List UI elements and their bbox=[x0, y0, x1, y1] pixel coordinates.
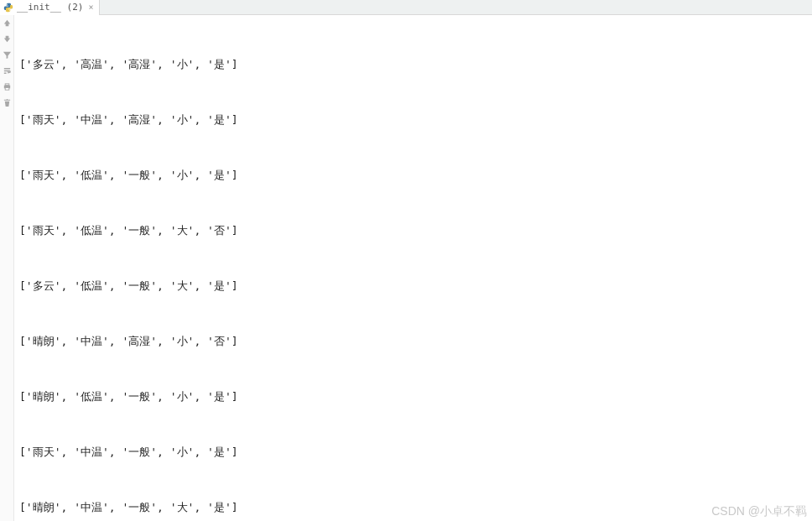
svg-rect-3 bbox=[5, 84, 9, 86]
python-file-icon bbox=[3, 3, 13, 13]
output-line: ['雨天', '低温', '一般', '大', '否'] bbox=[19, 221, 807, 240]
svg-rect-4 bbox=[5, 87, 9, 90]
file-tab[interactable]: __init__ (2) × bbox=[0, 0, 100, 15]
arrow-down-icon[interactable] bbox=[3, 34, 12, 44]
trash-icon[interactable] bbox=[3, 98, 12, 107]
output-line: ['雨天', '低温', '一般', '小', '是'] bbox=[19, 166, 807, 185]
output-line: ['雨天', '中温', '高湿', '小', '是'] bbox=[19, 111, 807, 129]
output-line: ['多云', '高温', '高湿', '小', '是'] bbox=[19, 55, 807, 74]
print-icon[interactable] bbox=[3, 82, 12, 91]
svg-point-0 bbox=[7, 3, 8, 4]
output-line: ['晴朗', '低温', '一般', '小', '是'] bbox=[19, 388, 807, 406]
gutter bbox=[0, 15, 14, 521]
output-line: ['晴朗', '中温', '一般', '大', '是'] bbox=[19, 498, 807, 517]
svg-point-1 bbox=[9, 10, 10, 11]
output-line: ['晴朗', '中温', '高湿', '小', '否'] bbox=[19, 332, 807, 351]
tab-bar: __init__ (2) × bbox=[0, 0, 812, 15]
output-line: ['多云', '低温', '一般', '大', '是'] bbox=[19, 277, 807, 295]
close-icon[interactable]: × bbox=[88, 3, 93, 12]
wrap-icon[interactable] bbox=[3, 66, 12, 76]
output-line: ['雨天', '中温', '一般', '小', '是'] bbox=[19, 443, 807, 461]
filter-icon[interactable] bbox=[3, 50, 12, 60]
tab-label: __init__ (2) bbox=[17, 2, 83, 13]
editor-layout: ['多云', '高温', '高湿', '小', '是'] ['雨天', '中温'… bbox=[0, 15, 812, 521]
console-output[interactable]: ['多云', '高温', '高湿', '小', '是'] ['雨天', '中温'… bbox=[14, 15, 812, 521]
arrow-up-icon[interactable] bbox=[3, 18, 12, 28]
